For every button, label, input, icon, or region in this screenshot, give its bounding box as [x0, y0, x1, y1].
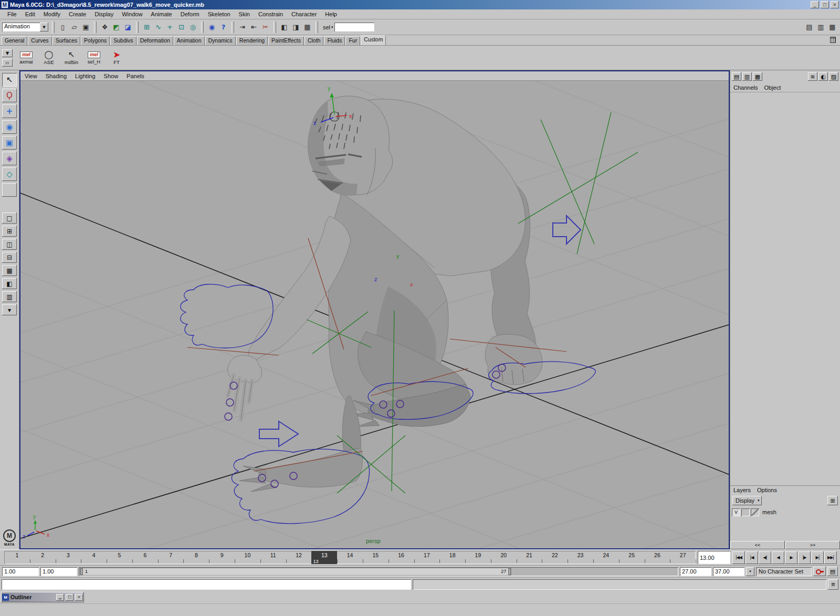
command-line-input[interactable]	[2, 579, 411, 590]
menu-item[interactable]: Display	[90, 10, 118, 18]
menu-item[interactable]: Help	[321, 10, 341, 18]
shelf-tab[interactable]: Deformation	[137, 36, 173, 45]
layer-visibility-toggle[interactable]: V	[732, 508, 740, 516]
playback-end-field[interactable]: 27.00	[680, 567, 711, 576]
shelf-item-ase[interactable]: ◯ ASE	[38, 47, 59, 69]
quick-select-input[interactable]	[334, 23, 374, 31]
shelf-tab-toggle-button[interactable]: ▭	[2, 59, 13, 67]
last-tool-button[interactable]	[2, 183, 17, 197]
timeline-frame-cell[interactable]: 2	[30, 551, 56, 564]
timeline-frame-cell[interactable]: 16	[388, 551, 414, 564]
object-menu[interactable]: Object	[764, 84, 781, 91]
menu-item[interactable]: File	[3, 10, 21, 18]
select-tool-button[interactable]: ↖	[2, 73, 17, 87]
layout-menu-button[interactable]: ▾	[2, 304, 17, 315]
menu-item[interactable]: Edit	[21, 10, 39, 18]
close-button[interactable]: ×	[831, 1, 839, 8]
menu-item[interactable]: Create	[65, 10, 90, 18]
channel-box-body[interactable]	[730, 92, 840, 485]
create-layer-button[interactable]: ⊞	[827, 496, 838, 505]
menu-item[interactable]: Constrain	[254, 10, 287, 18]
make-live-button[interactable]: ◉	[206, 22, 217, 33]
go-to-start-button[interactable]: |◀◀	[732, 551, 745, 564]
layout-misc-button[interactable]: ▥	[2, 291, 17, 302]
ui-layout-preset-2-button[interactable]: ▦	[827, 22, 838, 33]
shelf-tab[interactable]: Fur	[345, 36, 360, 45]
render-current-frame-button[interactable]: ◧	[279, 22, 290, 33]
snap-curve-button[interactable]: ∿	[153, 22, 164, 33]
channel-speed-button[interactable]: ◐	[818, 72, 828, 81]
input-connections-button[interactable]: ⇥	[237, 22, 248, 33]
timeline-frame-cell[interactable]: 8	[183, 551, 209, 564]
timeline-frame-cell[interactable]: 10	[235, 551, 260, 564]
panel-menu-item[interactable]: Show	[104, 73, 119, 79]
new-scene-button[interactable]: ▯	[57, 22, 68, 33]
help-button[interactable]: ?	[218, 22, 229, 33]
shelf-tab[interactable]: Dynamics	[205, 36, 236, 45]
outliner-close-button[interactable]: ×	[75, 594, 83, 601]
go-to-end-button[interactable]: ▶▶|	[824, 551, 837, 564]
play-backwards-button[interactable]: ◀	[772, 551, 784, 564]
timeline-frame-cell[interactable]: 17	[414, 551, 440, 564]
shelf-tab[interactable]: Custom	[361, 35, 386, 45]
maximize-button[interactable]: □	[821, 1, 829, 8]
move-tool-button[interactable]: +	[2, 104, 17, 118]
snap-surface-button[interactable]: ◎	[187, 22, 198, 33]
layers-menu[interactable]: Layers	[733, 487, 751, 493]
timeline-frame-cell[interactable]: 15	[363, 551, 388, 564]
panel-menu-item[interactable]: Panels	[127, 73, 144, 79]
show-manipulator-tool-button[interactable]: ◇	[2, 167, 17, 181]
range-slider-track[interactable]: 1 27	[79, 567, 678, 576]
menu-item[interactable]: Character	[287, 10, 321, 18]
shelf-tab[interactable]: Rendering	[236, 36, 268, 45]
play-button[interactable]: ▶	[785, 551, 797, 564]
shelf-item-md5in[interactable]: ↖ md5in	[61, 47, 82, 69]
timeline-frame-cell[interactable]: 24	[593, 551, 619, 564]
timeline-frame-cell[interactable]: 26	[645, 551, 670, 564]
shelf-tab[interactable]: Surfaces	[52, 36, 80, 45]
step-forward-key-button[interactable]: ▶|	[811, 551, 824, 564]
menu-item[interactable]: Animate	[146, 10, 176, 18]
channel-list-view-button[interactable]: ▤	[732, 72, 741, 81]
step-back-key-button[interactable]: |◀	[746, 551, 758, 564]
time-slider[interactable]: 1234567891011121314151617181920212223242…	[4, 551, 696, 564]
shelf-item-sel-h[interactable]: mel sel_H	[83, 47, 104, 69]
shelf-menu-button[interactable]: ▼	[2, 49, 13, 57]
shelf-item-axmai[interactable]: mel axmai	[16, 47, 37, 69]
timeline-frame-cell[interactable]: 20	[491, 551, 517, 564]
timeline-frame-cell[interactable]: 3	[56, 551, 81, 564]
step-back-frame-button[interactable]: ◀|	[759, 551, 771, 564]
menu-item[interactable]: Skin	[235, 10, 254, 18]
current-time-field[interactable]: 13.00	[698, 551, 730, 564]
lasso-tool-button[interactable]: Ϙ	[2, 89, 17, 102]
layout-split-pane-button[interactable]: ⊟	[2, 252, 17, 263]
timeline-frame-cell[interactable]: 5	[107, 551, 132, 564]
menu-item[interactable]: Window	[118, 10, 146, 18]
outliner-restore-button[interactable]: □	[66, 594, 74, 601]
layer-row-mesh[interactable]: V mesh	[730, 507, 840, 517]
timeline-frame-cell[interactable]: 25	[619, 551, 645, 564]
chevron-down-icon[interactable]: ▼	[40, 23, 48, 31]
panel-menu-item[interactable]: Shading	[46, 73, 67, 79]
character-set-field[interactable]: No Character Set	[756, 567, 812, 576]
layout-hypergraph-button[interactable]: ▦	[2, 265, 17, 276]
animation-end-field[interactable]: 37.00	[713, 567, 744, 576]
panel-menu-item[interactable]: View	[25, 73, 37, 79]
ipr-render-button[interactable]: ◨	[290, 22, 301, 33]
ui-layout-preset-button[interactable]: ▥	[815, 22, 826, 33]
select-hierarchy-button[interactable]: ❖	[99, 22, 110, 33]
range-start-handle[interactable]	[80, 568, 83, 575]
save-scene-button[interactable]: ▣	[80, 22, 91, 33]
channel-split-view-button[interactable]: ▦	[753, 72, 762, 81]
menu-item[interactable]: Deform	[176, 10, 204, 18]
construction-history-button[interactable]: ✂	[260, 22, 271, 33]
shelf-tab[interactable]: Cloth	[304, 36, 324, 45]
timeline-frame-cell[interactable]: 21	[517, 551, 542, 564]
animation-start-field[interactable]: 1.00	[2, 567, 39, 576]
trash-icon[interactable]	[827, 34, 838, 45]
snap-point-button[interactable]: +	[164, 22, 175, 33]
select-object-button[interactable]: ◩	[111, 22, 122, 33]
menu-item[interactable]: Modify	[39, 10, 65, 18]
timeline-frame-cell[interactable]: 19	[465, 551, 491, 564]
viewport-canvas[interactable]: y z x y x z	[20, 81, 729, 548]
